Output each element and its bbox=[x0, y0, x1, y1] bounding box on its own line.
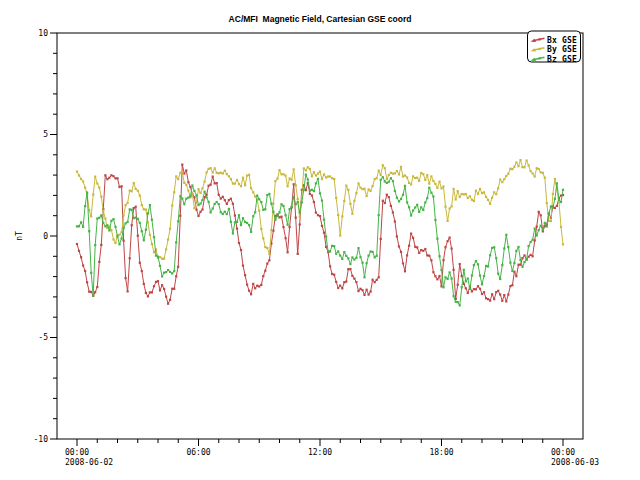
data-point-marker bbox=[526, 258, 528, 260]
y-axis-tick-label: 5 bbox=[43, 130, 48, 139]
data-point-marker bbox=[232, 232, 234, 234]
data-point-marker bbox=[424, 179, 426, 181]
data-point-marker bbox=[396, 235, 398, 237]
data-point-marker bbox=[471, 290, 473, 292]
data-series bbox=[76, 159, 564, 307]
data-point-marker bbox=[179, 215, 181, 217]
data-point-marker bbox=[226, 213, 228, 215]
data-point-marker bbox=[317, 178, 319, 180]
data-point-marker bbox=[84, 187, 86, 189]
data-point-marker bbox=[517, 264, 519, 266]
data-point-marker bbox=[135, 217, 137, 219]
data-point-marker bbox=[199, 211, 201, 213]
data-point-marker bbox=[384, 167, 386, 169]
data-point-marker bbox=[266, 247, 268, 249]
data-point-marker bbox=[94, 176, 96, 178]
data-point-marker bbox=[78, 225, 80, 227]
data-point-marker bbox=[131, 224, 133, 226]
data-point-marker bbox=[100, 244, 102, 246]
data-point-marker bbox=[469, 288, 471, 290]
data-point-marker bbox=[276, 178, 278, 180]
data-point-marker bbox=[112, 175, 114, 177]
data-point-marker bbox=[321, 178, 323, 180]
data-point-marker bbox=[195, 194, 197, 196]
data-point-marker bbox=[424, 248, 426, 250]
data-point-marker bbox=[390, 172, 392, 174]
data-point-marker bbox=[550, 205, 552, 207]
data-point-marker bbox=[167, 269, 169, 271]
data-point-marker bbox=[86, 191, 88, 193]
data-point-marker bbox=[234, 214, 236, 216]
data-point-marker bbox=[341, 215, 343, 217]
data-point-marker bbox=[248, 290, 250, 292]
data-point-marker bbox=[550, 220, 552, 222]
data-point-marker bbox=[483, 191, 485, 193]
data-point-marker bbox=[173, 191, 175, 193]
data-point-marker bbox=[372, 251, 374, 253]
data-point-marker bbox=[471, 274, 473, 276]
data-point-marker bbox=[447, 240, 449, 242]
data-point-marker bbox=[161, 275, 163, 277]
data-point-marker bbox=[230, 221, 232, 223]
data-point-marker bbox=[398, 245, 400, 247]
data-point-marker bbox=[521, 266, 523, 268]
data-point-marker bbox=[297, 201, 299, 203]
data-point-marker bbox=[447, 278, 449, 280]
data-point-marker bbox=[266, 194, 268, 196]
data-point-marker bbox=[396, 197, 398, 199]
data-point-marker bbox=[376, 255, 378, 257]
x-axis-date-label: 2008-06-02 bbox=[65, 458, 113, 467]
data-point-marker bbox=[216, 182, 218, 184]
data-point-marker bbox=[463, 193, 465, 195]
data-point-marker bbox=[193, 207, 195, 209]
x-axis-tick-label: 00:00 bbox=[551, 448, 575, 457]
data-point-marker bbox=[76, 225, 78, 227]
data-point-marker bbox=[96, 217, 98, 219]
data-point-marker bbox=[453, 269, 455, 271]
data-point-marker bbox=[376, 177, 378, 179]
data-point-marker bbox=[402, 194, 404, 196]
data-point-marker bbox=[374, 178, 376, 180]
data-point-marker bbox=[246, 175, 248, 177]
data-point-marker bbox=[325, 176, 327, 178]
data-point-marker bbox=[280, 173, 282, 175]
data-point-marker bbox=[287, 185, 289, 187]
data-point-marker bbox=[204, 191, 206, 193]
data-point-marker bbox=[489, 254, 491, 256]
data-point-marker bbox=[491, 293, 493, 295]
data-point-marker bbox=[366, 195, 368, 197]
data-point-marker bbox=[303, 189, 305, 191]
data-point-marker bbox=[560, 226, 562, 228]
data-point-marker bbox=[100, 214, 102, 216]
data-point-marker bbox=[121, 185, 123, 187]
data-point-marker bbox=[491, 197, 493, 199]
data-point-marker bbox=[291, 179, 293, 181]
data-point-marker bbox=[226, 203, 228, 205]
data-point-marker bbox=[483, 275, 485, 277]
data-point-marker bbox=[485, 297, 487, 299]
data-point-marker bbox=[392, 211, 394, 213]
data-point-marker bbox=[366, 289, 368, 291]
data-point-marker bbox=[252, 191, 254, 193]
series-bz-gse-markers bbox=[76, 174, 564, 307]
data-point-marker bbox=[254, 211, 256, 213]
data-point-marker bbox=[282, 173, 284, 175]
data-point-marker bbox=[499, 278, 501, 280]
legend-entry-label: By GSE bbox=[547, 45, 577, 54]
data-point-marker bbox=[270, 203, 272, 205]
data-point-marker bbox=[185, 169, 187, 171]
data-point-marker bbox=[157, 280, 159, 282]
data-point-marker bbox=[116, 177, 118, 179]
data-point-marker bbox=[94, 244, 96, 246]
data-point-marker bbox=[278, 211, 280, 213]
axis-tick-labels: 00:0006:0012:0018:0000:002008-06-022008-… bbox=[34, 29, 600, 468]
data-point-marker bbox=[161, 258, 163, 260]
data-point-marker bbox=[189, 195, 191, 197]
data-point-marker bbox=[400, 166, 402, 168]
data-point-marker bbox=[347, 189, 349, 191]
data-point-marker bbox=[513, 262, 515, 264]
data-point-marker bbox=[556, 205, 558, 207]
data-point-marker bbox=[455, 198, 457, 200]
data-point-marker bbox=[183, 182, 185, 184]
data-point-marker bbox=[323, 219, 325, 221]
